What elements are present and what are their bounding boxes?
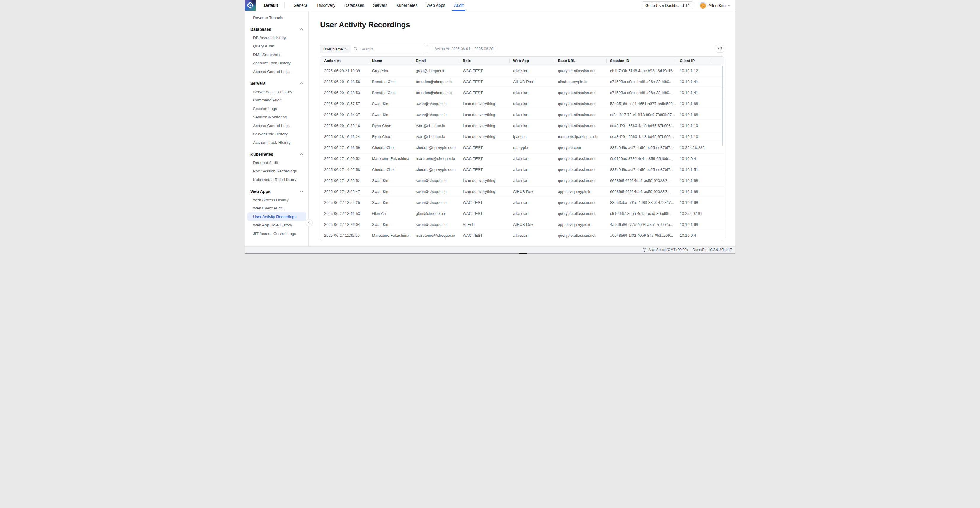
cell-client-ip: 10.10.1.68 <box>676 186 711 197</box>
column-header-web-app[interactable]: Web App <box>509 57 554 65</box>
user-name-label[interactable]: Allen Kim <box>709 3 725 8</box>
vertical-scrollbar[interactable] <box>722 66 724 146</box>
column-header-role[interactable]: Role <box>459 57 509 65</box>
tab-general[interactable]: General <box>289 0 313 11</box>
cell-action-at: 2025-06-27 16:00:52 <box>320 153 368 164</box>
table-row[interactable]: 2025-06-29 21:10:39Greg Yimgreg@chequer.… <box>320 65 724 76</box>
table-row[interactable]: 2025-06-28 16:46:24Ryan Chaeryan@chequer… <box>320 131 724 142</box>
cell-name: Glen An <box>368 208 412 219</box>
table-header-row: Action AtNameEmailRoleWeb AppBase URLSes… <box>320 57 724 65</box>
sidebar-section-label: Kubernetes <box>250 152 273 157</box>
cell-email: swan@chequer.io <box>412 186 459 197</box>
table-row[interactable]: 2025-06-27 13:26:04Swan Kimswan@chequer.… <box>320 219 724 230</box>
column-header-client-ip[interactable]: Client IP <box>676 57 711 65</box>
sidebar-item-web-app-role-history[interactable]: Web App Role History <box>247 221 306 230</box>
sidebar-item-server-role-history[interactable]: Server Role History <box>247 130 306 139</box>
sidebar-section-databases[interactable]: Databases <box>247 25 306 34</box>
table-row[interactable]: 2025-06-27 13:54:25Swan Kimswan@chequer.… <box>320 197 724 208</box>
cell-email: ryan@chequer.io <box>412 120 459 131</box>
cell-action-at: 2025-06-27 13:54:25 <box>320 197 368 208</box>
sidebar-item-query-audit[interactable]: Query Audit <box>247 42 306 51</box>
sidebar-section-kubernetes[interactable]: Kubernetes <box>247 150 306 159</box>
cell-client-ip: 10.10.0.4 <box>676 153 711 164</box>
cell-client-ip: 10.254.28.239 <box>676 142 711 153</box>
sidebar-item-dml-snapshots[interactable]: DML Snapshots <box>247 51 306 59</box>
sidebar-section-web-apps[interactable]: Web Apps <box>247 187 306 196</box>
sidebar-item-account-lock-history[interactable]: Account Lock History <box>247 59 306 68</box>
cell-role: I can do everything <box>459 98 509 109</box>
cell-email: brendon@chequer.io <box>412 76 459 87</box>
table-row[interactable]: 2025-06-27 16:46:59Chedda Choichedda@que… <box>320 142 724 153</box>
table-row[interactable]: 2025-06-27 13:55:47Swan Kimswan@chequer.… <box>320 186 724 197</box>
cell-session-id: c7152f6c-a9cc-4bd8-a06e-32ddb0... <box>606 87 676 98</box>
cell-base-url: aihub.querypie.io <box>554 76 606 87</box>
workspace-selector[interactable]: Default <box>264 3 278 8</box>
cell-web-app: atlassian <box>509 109 554 120</box>
refresh-button[interactable] <box>716 45 724 53</box>
column-header-action-at[interactable]: Action At <box>320 57 368 65</box>
column-header-name[interactable]: Name <box>368 57 412 65</box>
sidebar-item-web-event-audit[interactable]: Web Event Audit <box>247 204 306 213</box>
table-row[interactable]: 2025-06-29 18:57:57Swan Kimswan@chequer.… <box>320 98 724 109</box>
sidebar-item-request-audit[interactable]: Request Audit <box>247 158 306 167</box>
table-row[interactable]: 2025-06-27 13:41:53Glen Anglen@chequer.i… <box>320 208 724 219</box>
sidebar-nav: Reverse TunnelsDatabasesDB Access Histor… <box>245 11 309 246</box>
cell-action-at: 2025-06-27 13:55:52 <box>320 175 368 186</box>
user-avatar[interactable] <box>700 2 706 9</box>
refresh-icon <box>718 46 722 51</box>
cell-base-url: members.iparking.co.kr <box>554 131 606 142</box>
tab-web-apps[interactable]: Web Apps <box>422 0 450 11</box>
sidebar-item-kubernetes-role-history[interactable]: Kubernetes Role History <box>247 175 306 184</box>
sidebar-item-user-activity-recordings[interactable]: User Activity Recordings <box>247 212 306 221</box>
search-field-selector[interactable]: User Name <box>320 45 351 53</box>
sidebar-item-web-access-history[interactable]: Web Access History <box>247 196 306 204</box>
column-header-blank[interactable] <box>711 57 724 65</box>
cell-name: Brendon Choi <box>368 87 412 98</box>
date-filter-chip[interactable]: Action At: 2025-06-01 ~ 2025-06-30 <box>431 46 496 52</box>
cell-base-url: querypie.atlassian.net <box>554 197 606 208</box>
sidebar-item-account-lock-history[interactable]: Account Lock History <box>247 138 306 147</box>
column-header-email[interactable]: Email <box>412 57 459 65</box>
cell-web-app: atlassian <box>509 120 554 131</box>
status-bar: Asia/Seoul (GMT+09:00) QueryPie 10.3.0-3… <box>245 246 735 253</box>
cell-role: WAC-TEST <box>459 230 509 240</box>
filter-group[interactable]: Action At: 2025-06-01 ~ 2025-06-30 <box>427 45 493 53</box>
tab-servers[interactable]: Servers <box>369 0 392 11</box>
table-row[interactable]: 2025-06-27 16:00:52Maretomo Fukushimamar… <box>320 153 724 164</box>
table-row[interactable]: 2025-06-29 10:30:16Ryan Chaeryan@chequer… <box>320 120 724 131</box>
column-header-session-id[interactable]: Session ID <box>606 57 676 65</box>
sidebar-item-session-logs[interactable]: Session Logs <box>247 104 306 113</box>
table-row[interactable]: 2025-06-29 19:48:56Brendon Choibrendon@c… <box>320 76 724 87</box>
search-control: User Name <box>320 45 425 53</box>
tab-databases[interactable]: Databases <box>340 0 369 11</box>
table-row[interactable]: 2025-06-29 19:48:53Brendon Choibrendon@c… <box>320 87 724 98</box>
tab-audit[interactable]: Audit <box>450 0 468 11</box>
table-row[interactable]: 2025-06-27 14:05:58Chedda Choichedda@que… <box>320 164 724 175</box>
cell-client-ip: 10.10.1.12 <box>676 65 711 76</box>
chevron-down-icon[interactable] <box>728 4 731 7</box>
sidebar-item-session-monitoring[interactable]: Session Monitoring <box>247 113 306 122</box>
sidebar-section-servers[interactable]: Servers <box>247 79 306 88</box>
sidebar-section-label: Web Apps <box>250 189 270 194</box>
table-row[interactable]: 2025-06-27 13:55:52Swan Kimswan@chequer.… <box>320 175 724 186</box>
app-window: Default GeneralDiscoveryDatabasesServers… <box>245 0 735 254</box>
sidebar-item-db-access-history[interactable]: DB Access History <box>247 33 306 42</box>
sidebar-item-access-control-logs[interactable]: Access Control Logs <box>247 121 306 130</box>
sidebar-item-reverse-tunnels[interactable]: Reverse Tunnels <box>247 13 306 22</box>
search-input[interactable] <box>360 46 422 52</box>
sidebar-item-access-control-logs[interactable]: Access Control Logs <box>247 67 306 76</box>
sidebar-section-label: Databases <box>250 27 271 32</box>
go-to-user-dashboard-button[interactable]: Go to User Dashboard <box>642 2 693 10</box>
table-row[interactable]: 2025-06-27 11:32:20Maretomo Fukushimamar… <box>320 230 724 240</box>
sidebar-item-jit-access-control-logs[interactable]: JIT Access Control Logs <box>247 229 306 238</box>
filter-toolbar: User Name Action At: 2025-06-01 ~ 2025-0… <box>320 45 724 53</box>
sidebar-item-command-audit[interactable]: Command Audit <box>247 96 306 105</box>
sidebar-item-server-access-history[interactable]: Server Access History <box>247 88 306 96</box>
tab-kubernetes[interactable]: Kubernetes <box>392 0 422 11</box>
column-header-base-url[interactable]: Base URL <box>554 57 606 65</box>
tab-discovery[interactable]: Discovery <box>313 0 340 11</box>
cell-role: WAC-TEST <box>459 142 509 153</box>
sidebar-item-pod-session-recordings[interactable]: Pod Session Recordings <box>247 167 306 176</box>
sidebar-collapse-button[interactable] <box>305 219 313 226</box>
table-row[interactable]: 2025-06-29 18:44:37Swan Kimswan@chequer.… <box>320 109 724 120</box>
